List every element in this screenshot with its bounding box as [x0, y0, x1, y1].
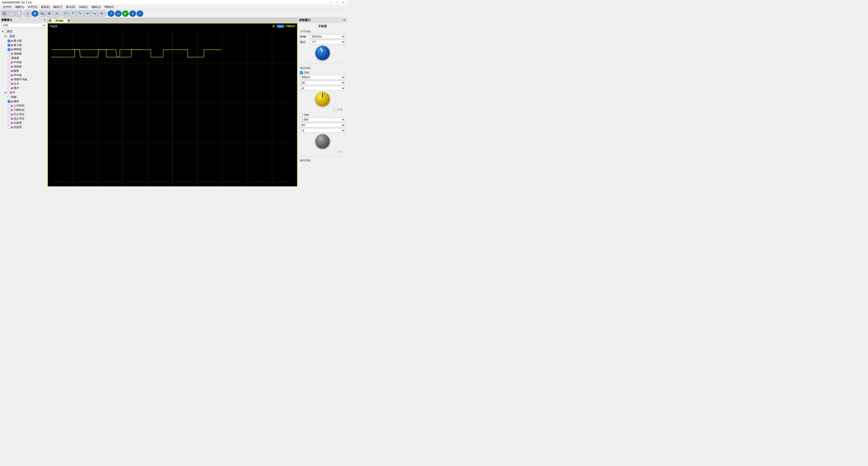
- ch1-voltage-select[interactable]: 500mV 200mV 1.00V: [300, 75, 345, 80]
- amplitude-checkbox[interactable]: [8, 70, 10, 72]
- posduty-checkbox[interactable]: [8, 113, 10, 116]
- menu-view[interactable]: 视图(V): [13, 5, 26, 9]
- toolbar-run-button[interactable]: ▶: [122, 10, 129, 17]
- sec-per-div-select[interactable]: 500.0ns 1.00μs 2.00μs 250ns: [310, 34, 345, 39]
- period-checkbox[interactable]: [8, 96, 10, 99]
- menu-vertical[interactable]: 垂直(E): [39, 5, 52, 9]
- tree-horizontal-group[interactable]: ▼ 水平: [0, 90, 47, 95]
- tree-vertical-group[interactable]: ▼ 垂直: [0, 34, 47, 39]
- ch2-invert-checkbox[interactable]: [333, 150, 336, 153]
- frequency-checkbox[interactable]: [8, 100, 10, 103]
- scope-tab[interactable]: Scope: [52, 18, 67, 23]
- tree-type-group[interactable]: ▼ 类型: [0, 29, 47, 34]
- menu-display[interactable]: 显示(D): [64, 5, 77, 9]
- measure-preshoot[interactable]: 预冲: [0, 86, 47, 90]
- cyclemean-checkbox[interactable]: [8, 78, 10, 81]
- menu-file[interactable]: 文件(F): [1, 5, 13, 9]
- scope-waveform: [48, 24, 297, 186]
- rms-checkbox[interactable]: [8, 65, 10, 68]
- toolbar-edge-button[interactable]: [70, 10, 76, 17]
- toolbar-square-button[interactable]: [39, 10, 46, 17]
- toolbar-sine-button[interactable]: [84, 10, 91, 17]
- measure-maxval[interactable]: 最大值: [0, 39, 47, 43]
- toolbar-save-button[interactable]: [16, 10, 22, 17]
- toolbar-new-button[interactable]: [1, 10, 8, 17]
- ch2-knob[interactable]: [315, 134, 330, 149]
- negpulse-checkbox[interactable]: [8, 126, 10, 129]
- botval-checkbox[interactable]: [8, 57, 10, 59]
- measure-topval[interactable]: 顶端值: [0, 52, 47, 56]
- risetime-checkbox[interactable]: [8, 105, 10, 107]
- horizontal-checkbox[interactable]: [7, 91, 10, 94]
- ch1-enable-checkbox[interactable]: [300, 71, 303, 74]
- toolbar-stop-button[interactable]: [62, 10, 69, 17]
- toolbar-r-button[interactable]: R: [32, 10, 38, 17]
- tab-nav-right[interactable]: ▶: [67, 18, 71, 23]
- ch2-enable-checkbox[interactable]: [300, 114, 303, 117]
- menu-trigger[interactable]: 触发(T): [52, 5, 64, 9]
- measurement-panel-close[interactable]: ✕: [43, 19, 46, 22]
- tab-nav-left[interactable]: ◀: [48, 18, 52, 23]
- measure-midval[interactable]: 中间值: [0, 60, 47, 64]
- ch1-coupling-select[interactable]: DC AC GND: [300, 81, 345, 85]
- menu-cursor[interactable]: 光标(C): [77, 5, 90, 9]
- toolbar-triangle-button[interactable]: [53, 10, 60, 17]
- menu-help[interactable]: 帮助(H): [103, 5, 116, 9]
- minval-checkbox[interactable]: [8, 44, 10, 47]
- falltime-checkbox[interactable]: [8, 109, 10, 112]
- preshoot-checkbox[interactable]: [8, 87, 10, 90]
- overshoot-checkbox[interactable]: [8, 83, 10, 85]
- maximize-button[interactable]: □: [334, 0, 340, 4]
- topval-checkbox[interactable]: [8, 53, 10, 55]
- negduty-checkbox[interactable]: [8, 117, 10, 120]
- minimize-button[interactable]: —: [328, 0, 334, 4]
- toolbar-reset-button[interactable]: ↺: [107, 10, 114, 17]
- measure-period[interactable]: 周期: [0, 95, 47, 99]
- measure-overshoot[interactable]: 过冲: [0, 82, 47, 86]
- toolbar-sine2-button[interactable]: [91, 10, 98, 17]
- toolbar-dual-button[interactable]: [46, 10, 53, 17]
- ch1-probe-select[interactable]: x1 x10 x100: [300, 86, 345, 90]
- measure-minval[interactable]: 最小值: [0, 43, 47, 47]
- measure-risetime[interactable]: 上升时间: [0, 104, 47, 108]
- toolbar-help-button[interactable]: ?: [136, 10, 143, 17]
- right-panel-close[interactable]: ✕: [344, 19, 346, 22]
- pospulse-checkbox[interactable]: [8, 122, 10, 124]
- mean-checkbox[interactable]: [8, 74, 10, 77]
- midval-checkbox[interactable]: [8, 61, 10, 64]
- measure-botval[interactable]: 底端值: [0, 56, 47, 60]
- menu-utility[interactable]: 辅助(U): [90, 5, 103, 9]
- close-button[interactable]: ✕: [340, 0, 346, 4]
- menu-horizontal[interactable]: 水平(O): [26, 5, 39, 9]
- ch1-knob[interactable]: [315, 92, 330, 106]
- format-select[interactable]: Y-T X-Y: [310, 40, 345, 44]
- right-panel-float[interactable]: ▪: [342, 19, 343, 22]
- ch2-voltage-select[interactable]: 1.00V 500mV 2.00V: [300, 117, 345, 122]
- measure-pospulse[interactable]: 正脉宽: [0, 121, 47, 125]
- measure-falltime[interactable]: 下降时间: [0, 108, 47, 112]
- ch2-coupling-select[interactable]: DC AC GND: [300, 123, 345, 127]
- ch1-dropdown[interactable]: CH1: [1, 23, 46, 28]
- type-checkbox[interactable]: [4, 30, 7, 33]
- toolbar-auto-button[interactable]: A/O: [115, 10, 122, 17]
- vertical-checkbox[interactable]: [7, 35, 10, 38]
- measure-posduty[interactable]: 正占空比: [0, 112, 47, 117]
- measure-peakpeak[interactable]: 峰峰值: [0, 47, 47, 52]
- maxval-checkbox[interactable]: [8, 39, 10, 42]
- measure-negpulse[interactable]: 负脉宽: [0, 125, 47, 129]
- ch1-invert-checkbox[interactable]: [333, 108, 336, 111]
- measure-rms[interactable]: 有效值: [0, 64, 47, 69]
- measure-amplitude[interactable]: 幅度: [0, 69, 47, 73]
- toolbar-edge2-button[interactable]: [77, 10, 84, 17]
- measure-cyclemean[interactable]: 周期平均值: [0, 77, 47, 82]
- measure-mean[interactable]: 平均值: [0, 73, 47, 77]
- toolbar-open-button[interactable]: [8, 10, 15, 17]
- measure-frequency[interactable]: 频率: [0, 99, 47, 104]
- toolbar-zoom-button[interactable]: [24, 10, 31, 17]
- measure-negduty[interactable]: 负占空比: [0, 117, 47, 121]
- horizontal-knob[interactable]: [315, 46, 330, 60]
- toolbar-pause-button[interactable]: ⏸: [129, 10, 136, 17]
- toolbar-square2-button[interactable]: [98, 10, 105, 17]
- ch2-probe-select[interactable]: x1 x10: [300, 128, 345, 133]
- peakpeak-checkbox[interactable]: [8, 48, 10, 51]
